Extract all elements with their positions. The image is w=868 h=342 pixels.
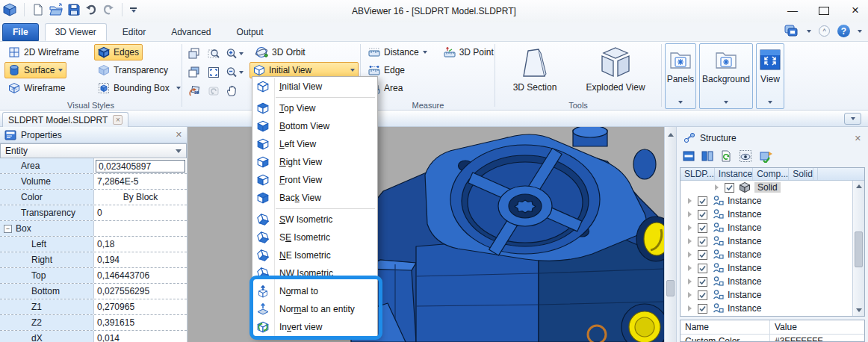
expander-icon[interactable] [688,292,692,298]
menu-item[interactable]: Front View [252,171,377,189]
tree-scrollbar[interactable] [852,181,864,316]
property-row[interactable]: −Top 0,146443706 [0,268,187,284]
maximize-button[interactable] [819,7,829,15]
expander-icon[interactable] [688,305,692,311]
close-button[interactable]: × [850,5,861,16]
exploded-view-button[interactable]: Exploded View [580,43,651,99]
box-collapse-icon[interactable]: − [4,225,12,233]
checkbox-checked-icon[interactable] [698,277,707,287]
expander-icon[interactable] [688,211,692,217]
tree-row[interactable]: Instance [681,208,864,221]
pan-button[interactable] [226,81,251,100]
panels-button[interactable]: Panels [665,43,696,109]
tree-row[interactable]: Instance [681,248,864,261]
checkbox-checked-icon[interactable] [698,264,707,273]
property-row[interactable]: −dX 0,014 [0,331,187,342]
tree-row[interactable]: Instance [681,275,864,288]
ribbon-tab[interactable]: File [2,23,39,41]
zoom-out-arrow-icon[interactable] [239,71,244,74]
tree-column-header[interactable]: SLDP... [681,168,715,180]
expander-icon[interactable] [688,225,692,231]
tree-row[interactable]: Solid [681,181,864,194]
menu-item[interactable]: NE Isometric [252,246,377,264]
tree-row[interactable]: Instance [681,261,864,275]
structure-close-icon[interactable]: ✕ [855,134,861,143]
layout-columns-button[interactable] [701,150,713,162]
tree-column-header[interactable]: Comp... [753,168,789,180]
property-row[interactable]: −Z1 0,270965 [0,299,187,315]
entity-combobox[interactable]: Entity [0,143,187,158]
ribbon-tab[interactable]: Advanced [161,23,220,41]
checkbox-checked-icon[interactable] [725,183,734,193]
panels-dropdown-arrow-icon[interactable] [678,101,683,104]
checkbox-checked-icon[interactable] [698,250,707,260]
expander-icon[interactable] [688,252,692,258]
distance-dropdown-arrow-icon[interactable] [423,51,427,54]
tree-row[interactable]: Instance [681,288,864,302]
refresh-structure-button[interactable] [720,150,732,162]
menu-item[interactable]: Normal to an entity [252,300,377,318]
3d-orbit-button[interactable]: 3D Orbit [251,44,309,60]
tree-row[interactable]: Instance [681,221,864,234]
zoom-extents-button[interactable] [208,63,226,81]
ribbon-tab[interactable]: Output [227,23,273,41]
menu-item[interactable]: Bottom View [252,117,377,135]
scroll-thumb[interactable] [666,280,675,296]
menu-item[interactable]: Top View [252,99,377,117]
document-tab[interactable]: SLDPRT Model.SLDPRT × [2,112,128,127]
tree-row[interactable]: Instance [681,302,864,315]
view-combo-arrow-icon[interactable] [350,69,355,72]
ribbon-tab[interactable]: 3D Viewer [45,23,107,41]
property-row[interactable]: −Transparency 0 [0,205,187,221]
style-switcher-arrow-icon[interactable] [807,30,811,33]
checkbox-checked-icon[interactable] [698,196,707,206]
view-paste-button[interactable] [188,63,208,81]
tree-scroll-down-icon[interactable] [856,308,862,312]
menu-item[interactable]: SE Isometric [252,228,377,246]
view-button[interactable]: View [756,43,784,109]
rotate-35-button[interactable]: 35 [188,81,208,100]
minimize-button[interactable]: — [787,5,798,16]
property-row[interactable]: −Area 0,023405897 [0,158,187,174]
previous-view-button[interactable] [208,81,226,100]
surface-button[interactable]: Surface [4,62,66,78]
background-button[interactable]: Background [699,43,753,109]
tree-column-header[interactable]: Solid [789,168,813,180]
view-dropdown-arrow-icon[interactable] [768,101,772,104]
name-value-row[interactable]: Custom Color #3FFFFFFF [681,335,864,342]
property-row[interactable]: −Left 0,18 [0,237,187,252]
ribbon-tab[interactable]: Editor [113,23,155,41]
property-row[interactable]: −Color By Block [0,190,187,205]
scroll-up-icon[interactable] [668,133,674,137]
view-copy-button[interactable] [188,44,208,63]
menu-item[interactable]: NW Isometric [252,264,377,282]
style-switcher-button[interactable] [784,25,799,37]
checkbox-checked-icon[interactable] [698,210,707,220]
checkbox-checked-icon[interactable] [698,237,707,246]
wireframe-button[interactable]: Wireframe [4,80,69,96]
help-arrow-icon[interactable] [858,30,862,33]
expander-icon[interactable] [688,198,692,204]
expander-icon[interactable] [688,265,692,271]
checkbox-checked-icon[interactable] [698,223,707,233]
tree-scroll-up-icon[interactable] [856,184,862,188]
bounding-box-button[interactable]: Bounding Box [94,80,173,96]
measure-distance-button[interactable]: Distance [365,44,431,60]
menu-item[interactable]: SW Isometric [252,211,377,228]
tree-row[interactable]: Instance [681,234,864,248]
tree-column-header[interactable] [813,168,818,180]
edges-button[interactable]: Edges [94,44,143,60]
zoom-out-button[interactable] [226,63,251,81]
property-row[interactable]: −Bottom 0,027556295 [0,284,187,299]
menu-item[interactable]: Invert view [252,318,377,336]
zoom-in-button[interactable] [226,44,251,63]
2d-wireframe-button[interactable]: 2D Wireframe [4,44,83,60]
viewport-scrollbar[interactable] [664,127,676,342]
menu-item[interactable]: Back View [252,189,377,207]
property-row[interactable]: −Volume 7,2864E-5 [0,174,187,190]
menu-item[interactable]: Initial View [252,78,377,96]
document-close-icon[interactable]: × [113,115,123,125]
layout-rows-button[interactable] [683,150,695,162]
3d-section-button[interactable]: 3D Section [499,43,571,99]
export-selected-button[interactable] [759,149,772,163]
